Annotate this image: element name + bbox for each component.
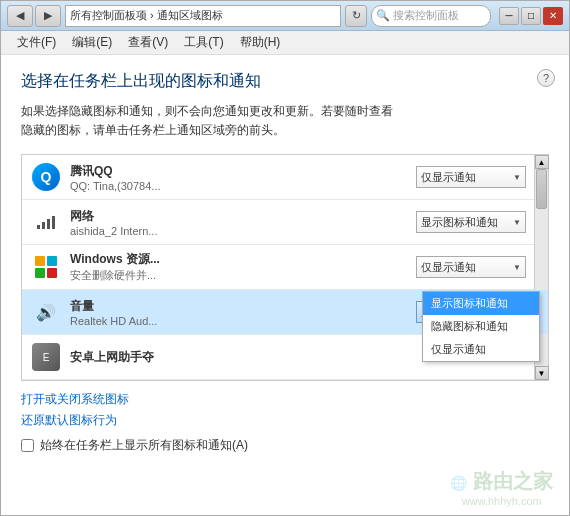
chevron-down-icon: ▼ — [513, 218, 521, 227]
popup-option-show[interactable]: 显示图标和通知 — [423, 292, 539, 315]
checkbox-row: 始终在任务栏上显示所有图标和通知(A) — [21, 437, 549, 454]
notification-panel: ▲ ▼ Q 腾讯QQ QQ: Tina,(30784... — [21, 154, 549, 381]
qq-sub: QQ: Tina,(30784... — [70, 180, 416, 192]
watermark-text: 🌐 路由之家 — [450, 468, 553, 495]
table-row: Q 腾讯QQ QQ: Tina,(30784... 仅显示通知 ▼ — [22, 155, 548, 200]
unknown-icon-label: E — [43, 352, 50, 363]
search-placeholder: 搜索控制面板 — [393, 8, 459, 23]
menu-file[interactable]: 文件(F) — [9, 32, 64, 53]
net-bar-4 — [52, 216, 55, 229]
scroll-thumb[interactable] — [536, 169, 547, 209]
network-name: 网络 — [70, 208, 416, 225]
volume-item-text: 音量 Realtek HD Aud... — [70, 298, 416, 327]
popup-option-only[interactable]: 仅显示通知 — [423, 338, 539, 361]
window-controls: ─ □ ✕ — [499, 7, 563, 25]
behavior-dropdown-popup[interactable]: 显示图标和通知 隐藏图标和通知 仅显示通知 — [422, 291, 540, 362]
menu-help[interactable]: 帮助(H) — [232, 32, 289, 53]
windows-behavior-dropdown[interactable]: 仅显示通知 ▼ — [416, 256, 526, 278]
network-sub: aishida_2 Intern... — [70, 225, 416, 237]
win-quad-1 — [35, 256, 45, 266]
address-bar[interactable]: 所有控制面板项 › 通知区域图标 — [65, 5, 341, 27]
volume-app-icon: 🔊 — [30, 296, 62, 328]
net-bar-3 — [47, 219, 50, 229]
qq-name: 腾讯QQ — [70, 163, 416, 180]
windows-sub: 安全删除硬件并... — [70, 268, 416, 283]
unknown-app-icon: E — [30, 341, 62, 373]
maximize-button[interactable]: □ — [521, 7, 541, 25]
menu-edit[interactable]: 编辑(E) — [64, 32, 120, 53]
windows-app-icon — [30, 251, 62, 283]
links-area: 打开或关闭系统图标 还原默认图标行为 — [21, 391, 549, 429]
net-bar-2 — [42, 222, 45, 229]
page-description: 如果选择隐藏图标和通知，则不会向您通知更改和更新。若要随时查看隐藏的图标，请单击… — [21, 102, 549, 140]
breadcrumb: 所有控制面板项 › 通知区域图标 — [70, 8, 223, 23]
menu-bar: 文件(F) 编辑(E) 查看(V) 工具(T) 帮助(H) — [1, 31, 569, 55]
panel-scroll: ▲ ▼ Q 腾讯QQ QQ: Tina,(30784... — [22, 155, 548, 380]
watermark-url: www.hhhyh.com — [450, 495, 553, 507]
menu-view[interactable]: 查看(V) — [120, 32, 176, 53]
network-behavior-label: 显示图标和通知 — [421, 215, 498, 230]
qq-behavior-label: 仅显示通知 — [421, 170, 476, 185]
chevron-down-icon: ▼ — [513, 173, 521, 182]
nav-buttons: ◀ ▶ — [7, 5, 61, 27]
volume-sub: Realtek HD Aud... — [70, 315, 416, 327]
win-quad-3 — [35, 268, 45, 278]
watermark: 🌐 路由之家 www.hhhyh.com — [450, 468, 553, 507]
search-box[interactable]: 🔍 搜索控制面板 — [371, 5, 491, 27]
page-title: 选择在任务栏上出现的图标和通知 — [21, 71, 549, 92]
network-item-text: 网络 aishida_2 Intern... — [70, 208, 416, 237]
win-quad-4 — [47, 268, 57, 278]
network-app-icon — [30, 206, 62, 238]
windows-behavior-label: 仅显示通知 — [421, 260, 476, 275]
qq-app-icon: Q — [30, 161, 62, 193]
qq-icon-label: Q — [41, 169, 52, 185]
scroll-down-button[interactable]: ▼ — [535, 366, 549, 380]
win-quad-2 — [47, 256, 57, 266]
scroll-up-button[interactable]: ▲ — [535, 155, 549, 169]
minimize-button[interactable]: ─ — [499, 7, 519, 25]
close-button[interactable]: ✕ — [543, 7, 563, 25]
show-all-icons-checkbox[interactable] — [21, 439, 34, 452]
refresh-button[interactable]: ↻ — [345, 5, 367, 27]
title-bar: ◀ ▶ 所有控制面板项 › 通知区域图标 ↻ 🔍 搜索控制面板 ─ □ ✕ — [1, 1, 569, 31]
window: ◀ ▶ 所有控制面板项 › 通知区域图标 ↻ 🔍 搜索控制面板 ─ □ ✕ 文件… — [0, 0, 570, 516]
qq-item-text: 腾讯QQ QQ: Tina,(30784... — [70, 163, 416, 192]
net-bar-1 — [37, 225, 40, 229]
chevron-down-icon: ▼ — [513, 263, 521, 272]
table-row: Windows 资源... 安全删除硬件并... 仅显示通知 ▼ — [22, 245, 548, 290]
help-icon[interactable]: ? — [537, 69, 555, 87]
network-behavior-dropdown[interactable]: 显示图标和通知 ▼ — [416, 211, 526, 233]
volume-name: 音量 — [70, 298, 416, 315]
windows-name: Windows 资源... — [70, 251, 416, 268]
windows-item-text: Windows 资源... 安全删除硬件并... — [70, 251, 416, 283]
content-area: ? 选择在任务栏上出现的图标和通知 如果选择隐藏图标和通知，则不会向您通知更改和… — [1, 55, 569, 515]
popup-option-hide[interactable]: 隐藏图标和通知 — [423, 315, 539, 338]
restore-default-link[interactable]: 还原默认图标行为 — [21, 412, 549, 429]
toggle-system-icons-link[interactable]: 打开或关闭系统图标 — [21, 391, 549, 408]
table-row: 网络 aishida_2 Intern... 显示图标和通知 ▼ — [22, 200, 548, 245]
qq-behavior-dropdown[interactable]: 仅显示通知 ▼ — [416, 166, 526, 188]
forward-button[interactable]: ▶ — [35, 5, 61, 27]
checkbox-label: 始终在任务栏上显示所有图标和通知(A) — [40, 437, 248, 454]
back-button[interactable]: ◀ — [7, 5, 33, 27]
menu-tools[interactable]: 工具(T) — [176, 32, 231, 53]
